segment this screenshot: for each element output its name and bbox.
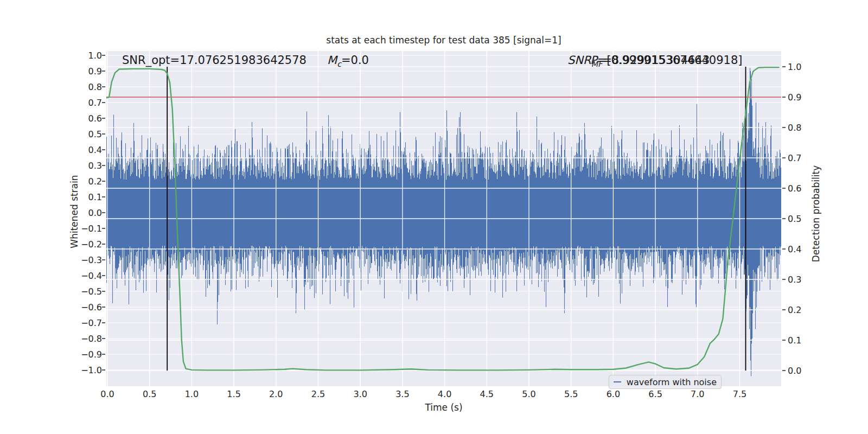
annotation-p-value: =[0.9999153674640918] xyxy=(597,54,743,67)
left-tick-label: 0.2 xyxy=(88,176,102,187)
x-tick-label: 6.5 xyxy=(648,389,662,399)
x-tick-label: 2.0 xyxy=(269,389,283,399)
waveform-series xyxy=(107,68,781,376)
left-tick-label: 0.7 xyxy=(88,98,102,108)
annotation-snr-opt: SNR_opt=17.076251983642578 xyxy=(122,53,307,68)
gridlines-over xyxy=(106,51,781,386)
right-tick-label: 0.0 xyxy=(788,366,801,376)
x-tick-label: 2.5 xyxy=(311,389,325,399)
right-tick-label: 0.1 xyxy=(788,335,801,346)
annotation-mc-value: =0.0 xyxy=(341,54,369,67)
annotation-probability: P=[0.9999153674640918] xyxy=(590,53,742,68)
left-tick-label: 0.8 xyxy=(88,82,102,92)
left-tick-label: −0.4 xyxy=(81,271,102,281)
right-tick-label: 0.4 xyxy=(788,244,801,254)
figure: stats at each timestep for test data 385… xyxy=(0,0,868,434)
right-axis-label: Detection probability xyxy=(810,165,821,263)
left-tick-label: −0.6 xyxy=(81,302,102,312)
left-tick-label: 1.0 xyxy=(88,50,102,61)
left-axis-label: Whitened strain xyxy=(69,175,80,248)
x-tick-label: 5.5 xyxy=(564,389,578,399)
left-tick-label: 0.1 xyxy=(88,192,102,202)
x-tick-label: 5.0 xyxy=(522,389,535,399)
x-tick-label: 4.5 xyxy=(480,389,494,399)
waveform-with-noise-path xyxy=(107,68,781,376)
left-tick-label: 0.5 xyxy=(88,129,102,139)
right-tick-label: 0.6 xyxy=(788,183,801,194)
annotation-mc-var: M xyxy=(327,54,337,67)
right-tick-label: 0.2 xyxy=(788,305,801,315)
left-tick-label: 0.3 xyxy=(88,161,102,171)
legend: waveform with noise xyxy=(609,375,722,389)
annotation-chirp-mass: Mc=0.0 xyxy=(327,53,369,72)
right-tick-label: 0.3 xyxy=(788,275,801,285)
left-tick-label: −1.0 xyxy=(81,365,102,375)
x-tick-label: 7.0 xyxy=(691,389,704,399)
left-tick-label: −0.9 xyxy=(81,349,102,360)
annotation-snr-opt-text: SNR_opt=17.076251983642578 xyxy=(122,54,307,67)
left-tick-label: −0.5 xyxy=(81,286,102,297)
right-tick-label: 0.7 xyxy=(788,153,801,163)
left-tick-label: 0.9 xyxy=(88,66,102,76)
left-tick-label: 0.6 xyxy=(88,113,102,124)
x-tick-label: 3.5 xyxy=(395,389,409,399)
legend-line-sample xyxy=(614,381,621,382)
x-tick-label: 0.0 xyxy=(100,389,114,399)
left-tick-label: −0.7 xyxy=(81,318,102,328)
left-tick-label: 0.0 xyxy=(88,208,102,218)
left-tick-label: −0.3 xyxy=(81,255,102,265)
left-tick-label: 0.4 xyxy=(88,145,102,155)
x-tick-label: 4.0 xyxy=(438,389,451,399)
chart-title: stats at each timestep for test data 385… xyxy=(106,35,781,46)
x-tick-label: 6.0 xyxy=(607,389,620,399)
x-tick-label: 1.0 xyxy=(185,389,199,399)
left-tick-label: −0.8 xyxy=(81,334,102,344)
annotation-snr-mf-var: SNR xyxy=(567,54,591,67)
right-tick-label: 0.9 xyxy=(788,92,801,103)
annotation-p-var: P xyxy=(590,54,597,67)
legend-label: waveform with noise xyxy=(627,377,717,387)
annotation-mc-sub: c xyxy=(337,60,341,68)
right-tick-label: 0.8 xyxy=(788,123,801,133)
x-tick-label: 1.5 xyxy=(227,389,240,399)
right-tick-label: 1.0 xyxy=(788,62,801,72)
x-tick-label: 0.5 xyxy=(143,389,156,399)
x-tick-label: 7.5 xyxy=(733,389,746,399)
right-tick-label: 0.5 xyxy=(788,214,801,224)
x-tick-label: 3.0 xyxy=(353,389,367,399)
x-axis-label: Time (s) xyxy=(106,402,781,413)
left-tick-label: −0.1 xyxy=(81,224,102,234)
left-tick-label: −0.2 xyxy=(81,239,102,250)
